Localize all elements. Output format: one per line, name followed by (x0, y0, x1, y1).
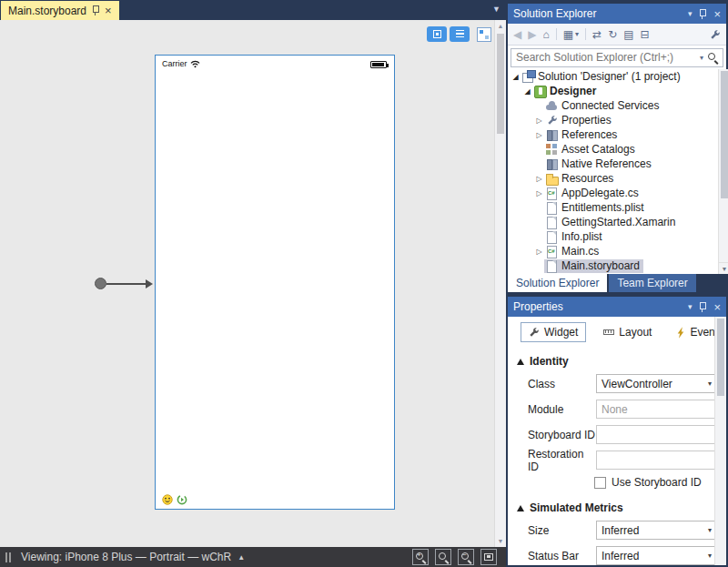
close-icon[interactable]: × (713, 8, 721, 20)
restoration-id-input[interactable] (596, 451, 716, 470)
se-scrollbar[interactable]: ▼ (718, 69, 728, 274)
zoom-out-button[interactable]: − (458, 549, 474, 565)
tree-item[interactable]: ▷AppDelegate.cs (508, 186, 728, 200)
close-icon[interactable]: × (713, 301, 721, 313)
collapse-all-icon[interactable]: ⊟ (641, 28, 650, 41)
view-controller-canvas[interactable]: Carrier (155, 55, 395, 510)
size-combo[interactable]: Inferred▾ (596, 521, 716, 540)
tree-item[interactable]: ◢Solution 'Designer' (1 project) (508, 69, 728, 84)
controller-badges (162, 494, 187, 505)
viewing-config-dropdown-icon[interactable]: ▲ (238, 553, 245, 562)
tree-item[interactable]: Asset Catalogs (508, 142, 728, 157)
tab-widget[interactable]: Widget (521, 322, 586, 342)
chevron-down-icon[interactable]: ▾ (696, 54, 707, 62)
doc-overflow-chevron-icon[interactable]: ▼ (492, 5, 500, 14)
tree-item[interactable]: ▷Main.cs (508, 244, 728, 258)
tree-item[interactable]: ▷Properties (508, 113, 728, 127)
scrollbar-thumb[interactable] (497, 34, 504, 134)
collapsed-arrow-icon[interactable]: ▷ (534, 175, 544, 183)
storyboard-id-input[interactable] (596, 425, 716, 444)
property-label: Storyboard ID (528, 429, 596, 441)
constraints-button[interactable] (427, 26, 447, 42)
section-expanded-icon (517, 505, 524, 511)
scope-icon[interactable]: ▦▾ (563, 28, 579, 41)
first-responder-icon[interactable] (162, 494, 173, 505)
class-combo[interactable]: ViewController▾ (596, 374, 716, 393)
search-input[interactable]: Search Solution Explorer (Ctrl+;) ▾ (511, 48, 723, 67)
tree-item[interactable]: ◢Designer (508, 84, 728, 98)
storyboard-settings-button[interactable] (477, 27, 491, 42)
exit-segue-icon[interactable] (177, 494, 187, 505)
tree-item[interactable]: Info.plist (508, 229, 728, 244)
storyboard-entry-point[interactable] (95, 278, 157, 291)
designer-vertical-scrollbar[interactable]: ▲ ▼ (494, 20, 506, 547)
property-row: ClassViewController▾ (528, 374, 726, 393)
expanded-arrow-icon[interactable]: ◢ (522, 87, 532, 96)
tree-item[interactable]: Connected Services (508, 98, 728, 113)
tab-label: Widget (544, 326, 578, 339)
tree-item[interactable]: Native References (508, 157, 728, 171)
chevron-down-icon: ▾ (708, 526, 712, 534)
zoom-fit-button[interactable] (480, 549, 497, 565)
tree-item-label: Resources (561, 172, 613, 185)
frames-button[interactable] (450, 26, 470, 42)
zoom-original-button[interactable] (435, 549, 451, 565)
collapsed-arrow-icon[interactable]: ▷ (534, 116, 544, 125)
status-bar-combo[interactable]: Inferred▾ (596, 546, 716, 565)
property-label: Module (528, 403, 596, 416)
search-icon[interactable] (707, 52, 719, 64)
show-all-files-icon[interactable]: ▤ (623, 28, 633, 41)
sync-active-document-icon[interactable]: ⇄ (592, 28, 602, 41)
home-icon[interactable]: ⌂ (542, 28, 549, 41)
collapsed-arrow-icon[interactable]: ▷ (534, 248, 544, 256)
back-icon[interactable]: ◀ (513, 28, 521, 41)
tab-layout[interactable]: Layout (595, 322, 660, 342)
tree-item[interactable]: GettingStarted.Xamarin (508, 215, 728, 229)
pin-icon[interactable] (699, 9, 706, 19)
pin-icon[interactable] (699, 302, 706, 312)
refresh-icon[interactable]: ↻ (608, 28, 617, 41)
tree-item[interactable]: ▷Resources (508, 171, 728, 186)
window-position-icon[interactable]: ▾ (688, 302, 693, 311)
expanded-arrow-icon[interactable]: ◢ (511, 73, 521, 81)
tool-tab-team-explorer[interactable]: Team Explorer (609, 274, 695, 292)
tree-item-label: References (561, 128, 617, 141)
pin-icon[interactable] (92, 5, 99, 15)
scroll-down-icon[interactable]: ▼ (719, 262, 728, 274)
chevron-down-icon: ▾ (708, 380, 712, 388)
doc-tab[interactable]: Main.storyboard× (1, 1, 119, 20)
scrollbar-thumb[interactable] (717, 319, 724, 396)
scrollbar-thumb[interactable] (721, 71, 728, 198)
tree-item[interactable]: Entitlements.plist (508, 200, 728, 215)
scroll-up-icon[interactable]: ▲ (495, 20, 506, 32)
section-header[interactable]: Simulated Metrics (517, 501, 726, 514)
collapsed-arrow-icon[interactable]: ▷ (534, 131, 544, 139)
tree-item-content: Entitlements.plist (544, 201, 648, 215)
section-header[interactable]: Identity (517, 355, 726, 368)
entry-point-handle-icon[interactable] (95, 278, 106, 289)
zoom-in-button[interactable]: + (412, 549, 429, 565)
scroll-down-icon[interactable]: ▼ (495, 535, 506, 547)
tree-item[interactable]: ▷References (508, 127, 728, 142)
tree-item-label: Asset Catalogs (561, 143, 635, 156)
forward-icon[interactable]: ▶ (528, 28, 536, 41)
tree-item[interactable]: Main.storyboard (508, 258, 728, 273)
settings-wrench-icon[interactable] (710, 29, 721, 40)
tool-tab-solution-explorer[interactable]: Solution Explorer (508, 274, 607, 292)
tree-item-label: AppDelegate.cs (561, 187, 639, 199)
close-icon[interactable]: × (105, 5, 112, 16)
properties-scrollbar[interactable] (714, 317, 726, 565)
window-position-icon[interactable]: ▾ (688, 9, 693, 18)
panel-header-icons: ▾ × (688, 301, 726, 313)
combo-value: ViewController (597, 378, 715, 390)
se-tree: ▼ ◢Solution 'Designer' (1 project)◢Desig… (508, 69, 728, 274)
textbox-value: None (597, 403, 715, 416)
design-surface[interactable]: Carrier ▲ ▼ (0, 20, 506, 547)
tree-item-content: Asset Catalogs (544, 143, 639, 157)
use-storyboard-id-checkbox[interactable] (594, 477, 606, 489)
module-input[interactable]: None (596, 400, 716, 419)
property-label: Restoration ID (528, 448, 596, 473)
magnifier-icon (438, 552, 450, 563)
collapsed-arrow-icon[interactable]: ▷ (534, 189, 544, 197)
tree-item-label: Main.cs (561, 245, 599, 258)
